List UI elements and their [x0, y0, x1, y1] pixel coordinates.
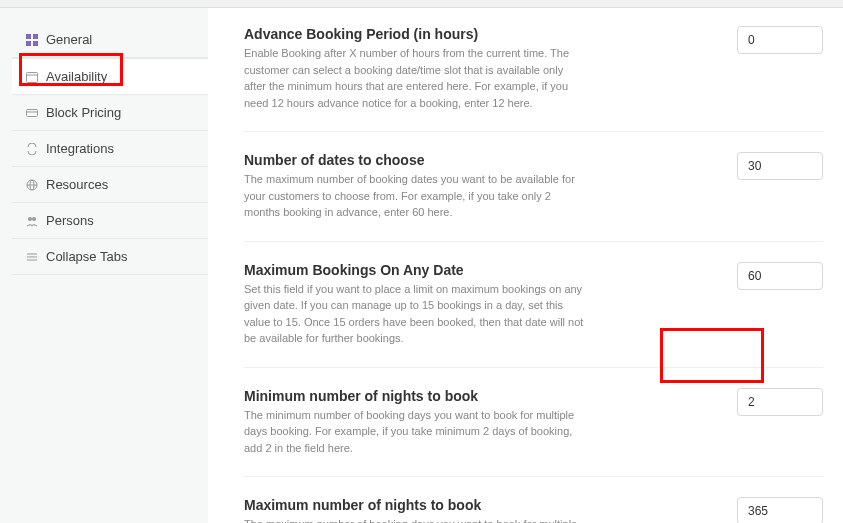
- setting-max-bookings: Maximum Bookings On Any Date Set this fi…: [244, 262, 823, 368]
- sidebar-tab-availability[interactable]: Availability: [12, 58, 208, 95]
- setting-title: Advance Booking Period (in hours): [244, 26, 584, 42]
- sidebar-tab-resources[interactable]: Resources: [12, 167, 208, 203]
- svg-rect-4: [27, 72, 38, 82]
- sidebar-tab-label: Block Pricing: [46, 105, 121, 120]
- sidebar-tab-label: Resources: [46, 177, 108, 192]
- number-of-dates-input[interactable]: [737, 152, 823, 180]
- setting-title: Minimum number of nights to book: [244, 388, 584, 404]
- setting-description: Set this field if you want to place a li…: [244, 281, 584, 347]
- grid-icon: [26, 34, 38, 46]
- sidebar-tab-persons[interactable]: Persons: [12, 203, 208, 239]
- sidebar-tab-label: Persons: [46, 213, 94, 228]
- setting-description: The maximum number of booking days you w…: [244, 516, 584, 523]
- max-bookings-input[interactable]: [737, 262, 823, 290]
- sidebar-tab-general[interactable]: General: [12, 22, 208, 58]
- setting-title: Maximum Bookings On Any Date: [244, 262, 584, 278]
- svg-rect-6: [27, 109, 38, 116]
- svg-rect-1: [33, 34, 38, 39]
- globe-icon: [26, 179, 38, 191]
- sidebar: General Availability Block Pricing Integ…: [12, 8, 208, 523]
- svg-point-12: [32, 217, 36, 221]
- card-icon: [26, 107, 38, 119]
- setting-advance-booking: Advance Booking Period (in hours) Enable…: [244, 26, 823, 132]
- people-icon: [26, 215, 38, 227]
- min-nights-input[interactable]: [737, 388, 823, 416]
- top-border: [0, 0, 843, 8]
- calendar-icon: [26, 71, 38, 83]
- sidebar-tab-collapse[interactable]: Collapse Tabs: [12, 239, 208, 275]
- menu-icon: [26, 251, 38, 263]
- svg-rect-0: [26, 34, 31, 39]
- setting-min-nights: Minimum number of nights to book The min…: [244, 388, 823, 478]
- sidebar-tab-label: Availability: [46, 69, 107, 84]
- svg-rect-3: [33, 41, 38, 46]
- svg-rect-2: [26, 41, 31, 46]
- setting-number-of-dates: Number of dates to choose The maximum nu…: [244, 152, 823, 242]
- setting-title: Number of dates to choose: [244, 152, 584, 168]
- setting-description: The minimum number of booking days you w…: [244, 407, 584, 457]
- settings-panel: Advance Booking Period (in hours) Enable…: [208, 8, 843, 523]
- sidebar-tab-integrations[interactable]: Integrations: [12, 131, 208, 167]
- setting-description: Enable Booking after X number of hours f…: [244, 45, 584, 111]
- advance-booking-input[interactable]: [737, 26, 823, 54]
- setting-description: The maximum number of booking dates you …: [244, 171, 584, 221]
- sidebar-tab-label: Integrations: [46, 141, 114, 156]
- sidebar-tab-block-pricing[interactable]: Block Pricing: [12, 95, 208, 131]
- sidebar-tab-label: General: [46, 32, 92, 47]
- max-nights-input[interactable]: [737, 497, 823, 523]
- setting-max-nights: Maximum number of nights to book The max…: [244, 497, 823, 523]
- refresh-icon: [26, 143, 38, 155]
- setting-title: Maximum number of nights to book: [244, 497, 584, 513]
- svg-point-11: [28, 217, 32, 221]
- sidebar-tab-label: Collapse Tabs: [46, 249, 127, 264]
